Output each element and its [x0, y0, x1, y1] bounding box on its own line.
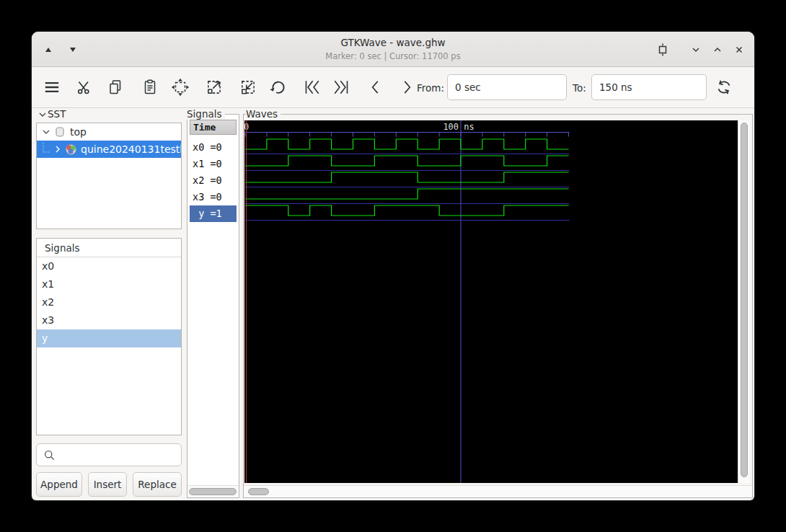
zoom-out-arrow-icon — [239, 78, 257, 97]
expander-right-icon[interactable] — [53, 144, 63, 154]
tree-item-testbench[interactable]: quine20240131testbench — [37, 141, 181, 158]
signal-item-x0[interactable]: x0 — [37, 257, 181, 275]
desktop-background: GTKWave - wave.ghw Marker: 0 sec | Curso… — [0, 0, 786, 532]
signal-value-row-x3[interactable]: x3 =0 — [190, 189, 237, 205]
chevron-up-icon — [712, 44, 723, 56]
gtkwave-window: GTKWave - wave.ghw Marker: 0 sec | Curso… — [32, 32, 754, 500]
focus-indicator-button[interactable] — [653, 40, 672, 59]
tree-item-label: top — [70, 126, 87, 138]
waves-panel: 0100 ns — [243, 114, 753, 498]
skip-end-icon — [331, 77, 351, 97]
time-column-header[interactable]: Time — [190, 120, 237, 135]
zoom-out-button[interactable] — [238, 77, 258, 97]
clipboard-paste-icon — [141, 79, 159, 96]
from-label: From: — [417, 82, 444, 94]
signal-item-y[interactable]: y — [37, 329, 181, 347]
signal-browser-header: Signals — [37, 239, 181, 257]
signal-value-row-x0[interactable]: x0 =0 — [190, 139, 237, 156]
database-cylinder-icon — [54, 126, 66, 138]
signal-value-row-x1[interactable]: x1 =0 — [190, 156, 237, 172]
to-input[interactable] — [591, 74, 707, 100]
chevron-right-icon — [397, 78, 416, 97]
chevron-down-icon — [37, 110, 48, 120]
waves-frame-label: Waves — [246, 108, 281, 120]
insert-button[interactable]: Insert — [88, 472, 127, 497]
chevron-down-icon — [690, 44, 702, 56]
close-icon — [733, 44, 745, 56]
expander-down-icon[interactable] — [41, 127, 51, 137]
tree-guide-line — [43, 143, 51, 156]
from-input[interactable] — [447, 74, 567, 100]
menu-button[interactable] — [42, 77, 62, 97]
skip-start-icon — [302, 77, 322, 97]
signal-list-panel: Time x0 =0 x1 =0 x2 =0 x3 =0 y =1 — [187, 114, 239, 498]
skip-to-start-button[interactable] — [302, 77, 322, 97]
module-icon — [65, 143, 77, 156]
wave-canvas[interactable]: 0100 ns — [244, 120, 740, 483]
sst-frame-label: SST — [48, 108, 69, 120]
marker-cursor-status: Marker: 0 sec | Cursor: 11700 ps — [32, 51, 754, 61]
signal-item-x2[interactable]: x2 — [37, 293, 181, 311]
frame-line — [280, 114, 753, 115]
signal-browser-list[interactable]: Signals x0 x1 x2 x3 y — [36, 238, 182, 435]
undo-arrow-icon — [268, 78, 287, 97]
append-button[interactable]: Append — [36, 472, 82, 497]
maximize-button[interactable] — [708, 40, 727, 59]
close-button[interactable] — [730, 40, 749, 59]
signal-search-input[interactable] — [60, 445, 179, 464]
focus-icon — [655, 43, 670, 57]
copy-icon — [107, 79, 124, 96]
zoom-in-arrow-icon — [205, 78, 224, 97]
skip-to-end-button[interactable] — [331, 77, 351, 97]
titlebar[interactable]: GTKWave - wave.ghw Marker: 0 sec | Curso… — [32, 32, 754, 67]
sst-tree[interactable]: top quine20240131testbench — [36, 123, 182, 229]
svg-text:0: 0 — [244, 122, 249, 132]
signal-item-x3[interactable]: x3 — [37, 311, 181, 329]
signal-action-buttons: Append Insert Replace — [36, 472, 182, 497]
scissors-cut-icon — [76, 79, 93, 96]
scrollbar-thumb[interactable] — [741, 123, 748, 477]
minimize-button[interactable] — [686, 40, 705, 59]
signals-frame-label: Signals — [187, 108, 225, 120]
reload-icon — [715, 78, 733, 97]
signal-value-row-y[interactable]: y =1 — [190, 205, 237, 222]
to-label: To: — [573, 82, 586, 94]
signal-list-hscrollbar[interactable] — [187, 485, 239, 497]
chevron-left-icon — [366, 78, 385, 97]
window-title: GTKWave - wave.ghw — [32, 37, 754, 48]
replace-button[interactable]: Replace — [133, 472, 182, 497]
zoom-in-button[interactable] — [204, 77, 224, 97]
signal-value-row-x2[interactable]: x2 =0 — [190, 172, 237, 189]
scrollbar-thumb[interactable] — [248, 488, 269, 495]
waves-hscrollbar[interactable] — [244, 485, 752, 497]
zoom-fit-icon — [171, 78, 190, 97]
shift-left-button[interactable] — [366, 77, 386, 97]
tree-item-label: quine20240131testbench — [81, 143, 181, 155]
toolbar: From: To: — [32, 67, 754, 108]
cut-button[interactable] — [74, 77, 94, 97]
scrollbar-thumb[interactable] — [189, 488, 237, 495]
tree-item-top[interactable]: top — [37, 123, 181, 141]
reload-button[interactable] — [714, 77, 734, 97]
hamburger-menu-icon — [43, 78, 61, 97]
waves-vscrollbar[interactable] — [738, 120, 750, 483]
signal-item-x1[interactable]: x1 — [37, 275, 181, 293]
svg-text:100 ns: 100 ns — [443, 122, 474, 132]
undo-button[interactable] — [268, 77, 288, 97]
copy-button[interactable] — [105, 77, 125, 97]
signal-search-box[interactable] — [36, 443, 182, 466]
zoom-fit-button[interactable] — [170, 77, 190, 97]
search-icon — [43, 449, 56, 461]
waveform-display: 0100 ns — [244, 120, 740, 483]
paste-button[interactable] — [140, 77, 160, 97]
shift-right-button[interactable] — [397, 77, 417, 97]
